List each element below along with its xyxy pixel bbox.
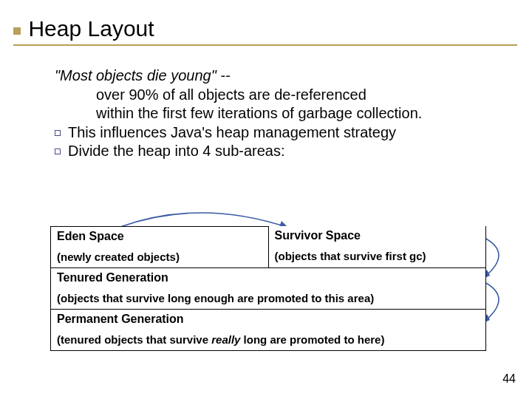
survivor-space-cell: Survivor Space (objects that survive fir… (269, 226, 487, 268)
quote-line: "Most objects die young" -- (55, 66, 502, 86)
title-bullet (13, 27, 21, 35)
bullet-2-text: Divide the heap into 4 sub-areas: (68, 143, 285, 159)
bullet-1-text: This influences Java's heap management s… (68, 124, 396, 140)
body-text: "Most objects die young" -- over 90% of … (0, 46, 532, 161)
heap-areas-table: Eden Space (newly created objects) Survi… (50, 226, 486, 351)
eden-desc: (newly created objects) (57, 250, 262, 263)
survivor-desc: (objects that survive first gc) (275, 250, 480, 262)
bullet-2: Divide the heap into 4 sub-areas: (55, 142, 502, 161)
eden-space-cell: Eden Space (newly created objects) (50, 226, 269, 268)
tenured-cell: Tenured Generation (objects that survive… (50, 268, 486, 310)
tenured-desc: (objects that survive long enough are pr… (57, 292, 480, 304)
square-bullet-icon (55, 149, 61, 154)
indent-line-1: over 90% of all objects are de-reference… (55, 86, 502, 105)
permanent-cell: Permanent Generation (tenured objects th… (50, 310, 486, 351)
survivor-name: Survivor Space (275, 229, 361, 242)
page-number: 44 (502, 372, 516, 386)
tenured-name: Tenured Generation (57, 271, 168, 284)
bullet-1: This influences Java's heap management s… (55, 123, 502, 143)
permanent-desc: (tenured objects that survive really lon… (57, 333, 480, 346)
indent-line-2: within the first few iterations of garba… (55, 104, 502, 123)
eden-name: Eden Space (57, 230, 124, 242)
slide-title: Heap Layout (28, 16, 154, 41)
permanent-name: Permanent Generation (57, 313, 184, 325)
square-bullet-icon (55, 130, 61, 136)
